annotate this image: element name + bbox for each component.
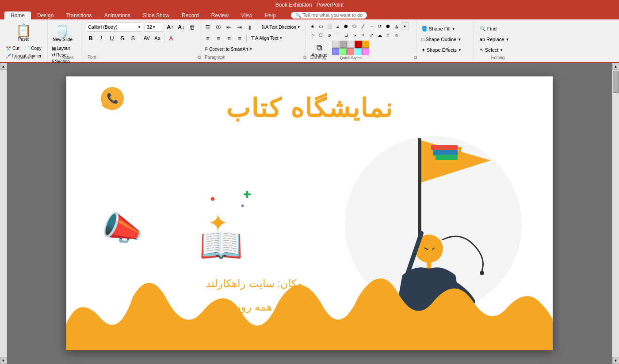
tab-view[interactable]: View xyxy=(235,11,259,19)
decrease-font-button[interactable]: A↓ xyxy=(176,22,186,32)
align-text-button[interactable]: ⊤AAlign Text▼ xyxy=(248,33,285,43)
shape-outline-button[interactable]: □Shape Outline▼ xyxy=(419,34,471,44)
search-bar[interactable]: 🔍 Tell me what you want to do xyxy=(291,12,367,19)
tab-animations[interactable]: Animations xyxy=(98,11,137,19)
shape-cell[interactable]: ☆ xyxy=(384,31,392,39)
align-center-button[interactable]: ≡ xyxy=(214,33,223,43)
shape-cell[interactable]: ⌒ xyxy=(334,31,342,39)
paste-button[interactable]: 📋 Paste xyxy=(13,23,34,43)
align-left-button[interactable]: ≡ xyxy=(203,33,213,43)
canvas-area: 📞 نمایشگاه کتاب 📣 ● ✚ ● ✦ 📖 مکان: سایت ر… xyxy=(7,63,612,364)
shape-cell[interactable]: ⤢ xyxy=(367,31,375,39)
font-color-button[interactable]: A xyxy=(166,33,176,43)
shape-cell[interactable]: ◈ xyxy=(309,22,317,30)
select-button[interactable]: ↖Select▼ xyxy=(478,45,512,55)
shape-cell[interactable]: ⬢ xyxy=(384,22,392,30)
shape-cell[interactable]: ⌑ xyxy=(359,31,367,39)
editing-label: Editing xyxy=(478,55,519,60)
text-direction-button[interactable]: ⇅AText Direction▼ xyxy=(259,22,303,32)
column-button[interactable]: ⫿ xyxy=(245,22,255,32)
shape-fill-button[interactable]: 🪣Shape Fill▼ xyxy=(419,24,471,34)
convert-smartart-button[interactable]: ⎘Convert to SmartArt▼ xyxy=(203,44,255,54)
ribbon: 📋 Paste ✂️ Cut 📄 Copy 🖌️ Format Painter … xyxy=(0,19,619,63)
shape-cell[interactable]: ╱ xyxy=(359,22,367,30)
mountains-decoration xyxy=(66,258,553,350)
font-size-combo[interactable]: 32 ▼ xyxy=(145,22,164,32)
shape-cell[interactable]: ○ xyxy=(309,31,317,39)
quick-style-cell[interactable] xyxy=(362,48,369,55)
layout-button[interactable]: ▦Layout xyxy=(50,46,80,51)
underline-button[interactable]: U xyxy=(107,33,117,43)
tab-design[interactable]: Design xyxy=(31,11,60,19)
shape-cell[interactable]: → xyxy=(367,22,375,30)
shape-cell[interactable]: ⬡ xyxy=(317,31,325,39)
italic-button[interactable]: I xyxy=(96,33,106,43)
char-spacing-button[interactable]: AV xyxy=(142,33,152,43)
paragraph-section: ☰ ① ⇤ ⇥ ⫿ ⇅AText Direction▼ ≡ ≡ ≡ ≡ ⊤AAl… xyxy=(200,20,306,61)
shape-cell[interactable]: ⬟ xyxy=(342,22,350,30)
slides-label: Slides xyxy=(50,55,85,60)
tab-help[interactable]: Help xyxy=(259,11,282,19)
tab-record[interactable]: Record xyxy=(176,11,205,19)
drawing-label: Drawing xyxy=(310,55,327,60)
scroll-down-button[interactable]: ▼ xyxy=(0,357,7,364)
quick-style-cell[interactable] xyxy=(347,41,354,48)
shape-cell[interactable]: ◮ xyxy=(393,22,401,30)
font-label: Font xyxy=(88,55,96,60)
shape-cell[interactable]: ⊿ xyxy=(334,22,342,30)
cut-button[interactable]: ✂️ Cut xyxy=(4,45,21,52)
clear-format-button[interactable]: 🗑 xyxy=(187,22,197,32)
bullets-button[interactable]: ☰ xyxy=(203,22,213,32)
quick-style-cell[interactable] xyxy=(355,48,362,55)
find-button[interactable]: 🔍Find xyxy=(478,24,512,34)
shape-cell[interactable]: ⟳ xyxy=(376,22,384,30)
replace-button[interactable]: abReplace▼ xyxy=(478,34,512,44)
change-case-button[interactable]: Aa xyxy=(153,33,162,43)
slide-canvas[interactable]: 📞 نمایشگاه کتاب 📣 ● ✚ ● ✦ 📖 مکان: سایت ر… xyxy=(66,76,553,350)
tab-review[interactable]: Review xyxy=(205,11,235,19)
increase-indent-button[interactable]: ⇥ xyxy=(235,22,245,32)
scroll-up-button[interactable]: ▲ xyxy=(0,63,7,70)
tab-slideshow[interactable]: Slide Show xyxy=(137,11,176,19)
align-right-button[interactable]: ≡ xyxy=(224,33,234,43)
justify-button[interactable]: ≡ xyxy=(235,33,245,43)
quick-style-cell[interactable] xyxy=(340,41,347,48)
shape-cell[interactable]: ⤿ xyxy=(351,31,359,39)
shape-cell[interactable]: ⊔ xyxy=(342,31,350,39)
scroll-right-up-button[interactable]: ▲ xyxy=(612,63,619,70)
main-area: ▲ ▼ 📞 نمایشگاه کتاب 📣 ● ✚ xyxy=(0,63,619,364)
shape-cell[interactable]: ⬜ xyxy=(325,22,333,30)
svg-rect-6 xyxy=(431,145,458,150)
decrease-indent-button[interactable]: ⇤ xyxy=(224,22,234,32)
copy-button[interactable]: 📄 Copy xyxy=(23,45,44,52)
scroll-thumb-right[interactable] xyxy=(613,71,619,93)
quick-style-cell[interactable] xyxy=(340,48,347,55)
increase-font-button[interactable]: A↑ xyxy=(165,22,175,32)
quick-style-cell[interactable] xyxy=(347,48,354,55)
strikethrough-button[interactable]: S xyxy=(118,33,127,43)
bold-button[interactable]: B xyxy=(86,33,96,43)
shape-cell[interactable]: ⎋ xyxy=(393,31,401,39)
quick-style-cell[interactable] xyxy=(332,41,339,48)
font-name-combo[interactable]: Calibri (Body) ▼ xyxy=(86,22,143,32)
numbering-button[interactable]: ① xyxy=(214,22,223,32)
slide-title: نمایشگاه کتاب xyxy=(66,93,553,123)
quick-style-cell[interactable] xyxy=(362,41,369,48)
shape-cell[interactable]: ☁ xyxy=(376,31,384,39)
megaphone-icon: 📣 xyxy=(102,209,143,248)
app-title: Book Exhibition - PowerPoint xyxy=(275,2,344,8)
shape-cell[interactable]: ⬠ xyxy=(351,22,359,30)
slides-scrollbar: ▲ ▼ xyxy=(0,63,7,364)
shape-cell[interactable]: ▭ xyxy=(317,22,325,30)
shapes-more-button[interactable]: ▾ xyxy=(401,22,409,30)
new-slide-button[interactable]: 🗒️ New Slide xyxy=(50,23,75,44)
ribbon-tab-bar: Home Design Transitions Animations Slide… xyxy=(0,10,619,19)
tab-transitions[interactable]: Transitions xyxy=(60,11,98,19)
tab-home[interactable]: Home xyxy=(4,11,31,19)
quick-style-cell[interactable] xyxy=(332,48,339,55)
scroll-right-down-button[interactable]: ▼ xyxy=(612,357,619,364)
shape-cell[interactable]: ⌀ xyxy=(325,31,333,39)
quick-style-cell[interactable] xyxy=(355,41,362,48)
shape-effects-button[interactable]: ✦Shape Effects▼ xyxy=(419,45,471,55)
shadow-button[interactable]: S xyxy=(128,33,138,43)
